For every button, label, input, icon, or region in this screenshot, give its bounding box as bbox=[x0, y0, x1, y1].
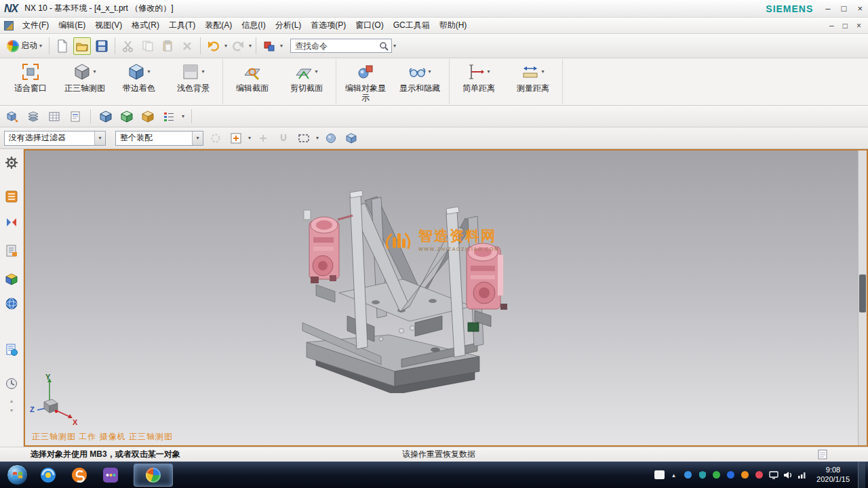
menu-preferences[interactable]: 首选项(P) bbox=[306, 18, 351, 33]
taskbar-nx-active[interactable] bbox=[134, 464, 173, 487]
paste-button[interactable] bbox=[159, 37, 176, 55]
redo-button[interactable] bbox=[229, 37, 247, 55]
help-icon[interactable] bbox=[683, 470, 693, 480]
cut-button[interactable] bbox=[119, 37, 137, 55]
maximize-button[interactable]: □ bbox=[842, 3, 847, 14]
exploded-view-button[interactable] bbox=[4, 108, 20, 125]
add-component-button[interactable] bbox=[98, 108, 114, 125]
menu-view[interactable]: 视图(V) bbox=[90, 18, 127, 33]
menu-format[interactable]: 格式(R) bbox=[127, 18, 164, 33]
status-page-icon[interactable] bbox=[818, 449, 827, 462]
menu-assemblies[interactable]: 装配(A) bbox=[200, 18, 237, 33]
volume-icon[interactable] bbox=[783, 470, 793, 480]
caret-icon[interactable]: ▾ bbox=[541, 69, 544, 75]
orientation-triad[interactable]: Y X Z bbox=[29, 372, 86, 429]
undo-dropdown[interactable]: ▾ bbox=[224, 43, 227, 49]
hidden-icons-chevron[interactable]: ▴ bbox=[669, 470, 679, 480]
show-desktop-button[interactable] bbox=[858, 462, 865, 488]
touch-mode-dropdown[interactable]: ▾ bbox=[280, 43, 283, 49]
ribbon-isometric-view[interactable]: ▾ 正三轴测图 bbox=[58, 59, 112, 94]
arrangements-button[interactable] bbox=[161, 108, 177, 125]
close-button[interactable]: × bbox=[857, 3, 863, 14]
new-file-button[interactable] bbox=[54, 37, 71, 55]
ribbon-fit-window[interactable]: 适合窗口 bbox=[3, 59, 58, 94]
caret-icon[interactable]: ▾ bbox=[93, 69, 96, 75]
menu-tools[interactable]: 工具(T) bbox=[164, 18, 200, 33]
assembly-constraints-button[interactable] bbox=[140, 108, 156, 125]
assembly-navigator-button[interactable] bbox=[3, 188, 20, 205]
grid-button[interactable] bbox=[46, 108, 62, 125]
ribbon-measure-distance[interactable]: ▾ 测量距离 bbox=[506, 59, 560, 94]
scrollbar-thumb[interactable] bbox=[859, 274, 866, 313]
caret-icon[interactable]: ▾ bbox=[428, 69, 431, 75]
mdi-minimize-button[interactable]: – bbox=[829, 21, 834, 30]
copy-button[interactable] bbox=[139, 37, 157, 55]
caret-icon[interactable]: ▾ bbox=[201, 69, 204, 75]
start-menu-button[interactable]: 启动 ▾ bbox=[4, 37, 45, 55]
menu-help[interactable]: 帮助(H) bbox=[435, 18, 472, 33]
network-icon[interactable] bbox=[797, 470, 807, 480]
menu-analysis[interactable]: 分析(L) bbox=[271, 18, 307, 33]
caret-icon[interactable]: ▾ bbox=[315, 69, 317, 75]
arrangements-dropdown[interactable]: ▾ bbox=[182, 114, 184, 119]
type-filter-combo[interactable]: 没有选择过滤器 ▾ bbox=[4, 131, 106, 146]
mdi-restore-button[interactable]: □ bbox=[843, 21, 848, 30]
marquee-select-dropdown[interactable]: ▾ bbox=[316, 136, 319, 141]
taskbar-browser-orange[interactable] bbox=[68, 464, 90, 486]
antivirus-icon[interactable] bbox=[711, 470, 722, 480]
snap-point-box-button[interactable] bbox=[228, 130, 244, 146]
menu-information[interactable]: 信息(I) bbox=[237, 18, 270, 33]
sidebar-scroll-up[interactable]: ▴ bbox=[10, 399, 13, 404]
taskbar-browser-blue[interactable] bbox=[37, 464, 59, 486]
taskbar-app-purple[interactable] bbox=[100, 464, 121, 486]
part-navigator-button[interactable] bbox=[3, 243, 20, 259]
menu-edit[interactable]: 编辑(E) bbox=[54, 18, 90, 33]
graphics-window[interactable]: 智造资料网 WWW.ZHIZAOZILIAO.COM Y X Z 正三轴测图 工 bbox=[24, 149, 868, 447]
constraint-navigator-button[interactable] bbox=[3, 214, 20, 230]
move-component-button[interactable] bbox=[119, 108, 135, 125]
ribbon-shaded-with-edges[interactable]: ▾ 带边着色 bbox=[112, 59, 166, 94]
selection-scope-dropdown[interactable]: ▾ bbox=[192, 131, 203, 145]
menu-window[interactable]: 窗口(O) bbox=[351, 18, 388, 33]
undo-button[interactable] bbox=[205, 37, 222, 55]
point-button[interactable] bbox=[255, 130, 271, 146]
highlight-cube-button[interactable] bbox=[343, 130, 359, 146]
mdi-close-button[interactable]: × bbox=[856, 21, 861, 30]
ime-icon[interactable] bbox=[654, 470, 665, 480]
search-dropdown[interactable]: ▾ bbox=[393, 43, 396, 49]
caret-icon[interactable]: ▾ bbox=[147, 69, 150, 75]
snap-point-dropdown[interactable]: ▾ bbox=[248, 136, 251, 141]
report-button[interactable] bbox=[67, 108, 83, 125]
shield-icon[interactable] bbox=[697, 470, 707, 480]
ribbon-edit-section[interactable]: 编辑截面 bbox=[225, 59, 279, 94]
sidebar-scroll-down[interactable]: ▾ bbox=[10, 408, 13, 413]
menu-gc-toolbox[interactable]: GC工具箱 bbox=[389, 18, 435, 33]
reuse-library-button[interactable] bbox=[3, 271, 20, 287]
menu-file[interactable]: 文件(F) bbox=[18, 18, 54, 33]
vertical-scrollbar[interactable] bbox=[858, 150, 867, 445]
start-button[interactable] bbox=[7, 464, 28, 485]
sync-icon[interactable] bbox=[754, 470, 764, 480]
download-icon[interactable] bbox=[726, 470, 736, 480]
redo-dropdown[interactable]: ▾ bbox=[249, 43, 252, 49]
taskbar-clock[interactable]: 9:08 2020/1/15 bbox=[816, 466, 850, 485]
delete-button[interactable] bbox=[178, 37, 196, 55]
selection-scope-combo[interactable]: 整个装配 ▾ bbox=[115, 131, 203, 146]
ribbon-show-hide[interactable]: ▾ 显示和隐藏 bbox=[393, 59, 447, 94]
model-3d[interactable] bbox=[300, 190, 530, 393]
roles-gear-button[interactable] bbox=[3, 155, 20, 171]
minimize-button[interactable]: – bbox=[825, 3, 830, 14]
history-clock-button[interactable] bbox=[3, 375, 20, 392]
type-filter-dropdown[interactable]: ▾ bbox=[94, 131, 105, 145]
ribbon-clip-section[interactable]: ▾ 剪切截面 bbox=[279, 59, 334, 94]
search-input[interactable] bbox=[295, 41, 376, 51]
caret-icon[interactable]: ▾ bbox=[487, 69, 490, 75]
ribbon-simple-distance[interactable]: ▾ 简单距离 bbox=[452, 59, 506, 94]
web-browser-button[interactable] bbox=[3, 296, 20, 312]
snap-point-button[interactable] bbox=[208, 130, 224, 146]
display-icon[interactable] bbox=[768, 470, 778, 480]
history-palette-button[interactable] bbox=[3, 342, 20, 358]
magnet-button[interactable] bbox=[275, 130, 292, 146]
ribbon-light-background[interactable]: ▾ 浅色背景 bbox=[166, 59, 220, 94]
touch-mode-button[interactable] bbox=[260, 37, 278, 55]
